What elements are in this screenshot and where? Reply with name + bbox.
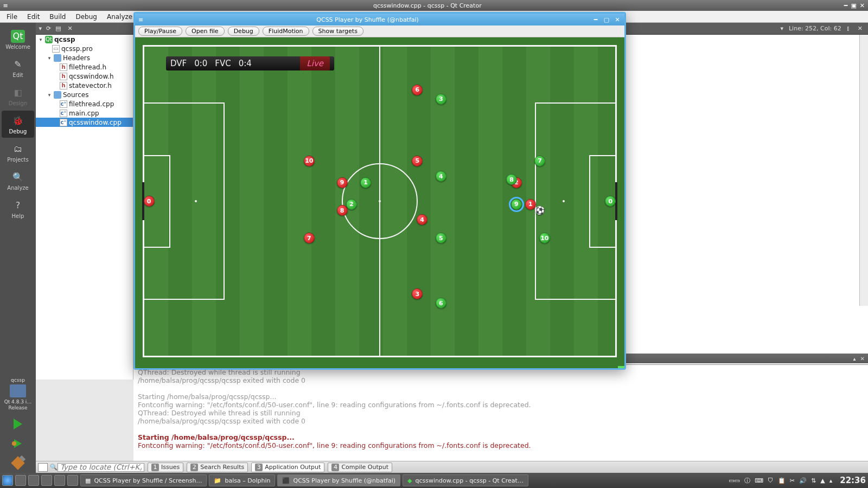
output-toggle-icon[interactable]: [38, 463, 48, 472]
menu-file[interactable]: File: [2, 12, 22, 22]
tray-keyboard-icon[interactable]: ⌨: [755, 477, 763, 484]
filter-icon[interactable]: ▾: [39, 25, 42, 32]
tree-item-label: qcsswindow.h: [69, 73, 114, 80]
tree-source-file[interactable]: c⁺filethread.cpp: [36, 99, 133, 108]
tray-clock[interactable]: 22:36: [840, 476, 866, 485]
sync-icon[interactable]: ⟳: [46, 25, 51, 32]
menu-build[interactable]: Build: [45, 12, 70, 22]
task-dolphin[interactable]: 📁balsa – Dolphin: [209, 474, 275, 486]
h-file-icon: h: [60, 63, 67, 71]
close-icon[interactable]: ✕: [614, 16, 621, 23]
close-doc-icon[interactable]: ✕: [66, 25, 75, 32]
split-editor-icon[interactable]: ⫿: [847, 25, 850, 32]
kit-selector[interactable]: qcssp Qt 4.8.3 i… Release: [4, 377, 32, 411]
application-output[interactable]: QThread: Destroyed while thread is still…: [133, 364, 868, 461]
app-icon[interactable]: [67, 475, 78, 486]
task-label: qcsswindow.cpp - qcssp - Qt Creat…: [416, 477, 524, 484]
tray-network-icon[interactable]: ⇅: [811, 477, 816, 484]
pane-search-results[interactable]: 2Search Results: [187, 463, 248, 472]
red-player-8: 8: [337, 205, 348, 216]
mode-debug[interactable]: 🐞Debug: [2, 111, 34, 138]
show-targets-button[interactable]: Show targets: [312, 27, 363, 36]
pane-number: 1: [151, 464, 159, 471]
task-screenshot[interactable]: ▦QCSS Player by Shuffle / Screensh…: [80, 474, 207, 486]
mode-analyze[interactable]: 🔍Analyze: [2, 167, 34, 194]
tree-header-file[interactable]: hstatevector.h: [36, 81, 133, 90]
tray-info-icon[interactable]: ⓘ: [744, 477, 750, 485]
locator-input[interactable]: [58, 463, 144, 472]
tray-battery-icon[interactable]: ▲: [820, 477, 825, 484]
maximize-icon[interactable]: ▣: [851, 2, 856, 9]
task-qtcreator[interactable]: ◆qcsswindow.cpp - qcssp - Qt Creat…: [403, 474, 528, 486]
tree-sources[interactable]: ▾Sources: [36, 90, 133, 99]
green-player-6: 6: [436, 298, 446, 309]
qcss-player-window[interactable]: ≡ QCSS Player by Shuffle (@nbatfai) ━ ▢ …: [133, 12, 626, 370]
pane-app-output[interactable]: 3Application Output: [251, 463, 324, 472]
output-chevron-icon[interactable]: ▴: [853, 356, 856, 362]
red-player-4: 4: [417, 214, 427, 225]
green-player-10: 10: [539, 233, 550, 243]
minimize-icon[interactable]: ━: [592, 16, 599, 23]
project-tree[interactable]: ▾Qtqcssp ▭qcssp.pro ▾Headers hfilethread…: [36, 35, 133, 380]
tray-volume-icon[interactable]: 🔊: [799, 477, 807, 484]
tray-scissors-icon[interactable]: ✂: [790, 477, 795, 484]
play-pause-button[interactable]: Play/Pause: [138, 27, 182, 36]
minimize-icon[interactable]: ━: [844, 2, 848, 9]
pane-issues[interactable]: 1Issues: [148, 463, 183, 472]
player-titlebar[interactable]: ≡ QCSS Player by Shuffle (@nbatfai) ━ ▢ …: [135, 14, 624, 25]
tree-pro-file[interactable]: ▭qcssp.pro: [36, 44, 133, 53]
mode-design: ◧Design: [2, 82, 34, 110]
editor-scrollbar[interactable]: [859, 35, 868, 306]
split-icon[interactable]: ▤: [55, 25, 61, 32]
build-button[interactable]: [8, 455, 28, 471]
hammer-icon: [11, 456, 24, 470]
open-file-button[interactable]: Open file: [186, 27, 225, 36]
mode-help[interactable]: ?Help: [2, 195, 34, 222]
tree-source-file[interactable]: c⁺main.cpp: [36, 108, 133, 118]
start-menu-icon[interactable]: [2, 475, 13, 486]
tree-header-file[interactable]: hfilethread.h: [36, 62, 133, 72]
menu-edit[interactable]: Edit: [23, 12, 44, 22]
desktop-icon[interactable]: [41, 475, 52, 486]
files-icon[interactable]: [28, 475, 39, 486]
tree-root[interactable]: ▾Qtqcssp: [36, 35, 133, 44]
close-icon[interactable]: ✕: [860, 2, 865, 9]
tray-shield-icon[interactable]: ⛉: [768, 477, 774, 484]
tray-pager-icon[interactable]: ▭▭: [729, 477, 740, 484]
debug-run-button[interactable]: [8, 436, 28, 451]
tray-expand-icon[interactable]: ▴: [829, 477, 833, 484]
window-menu-icon[interactable]: ≡: [0, 2, 11, 9]
mode-projects[interactable]: 🗂Projects: [2, 139, 34, 166]
tree-source-file-selected[interactable]: c⁺qcsswindow.cpp: [36, 118, 133, 127]
task-qcss-player[interactable]: ⬛QCSS Player by Shuffle (@nbatfai): [277, 474, 400, 486]
app-small-icon: ◆: [407, 477, 412, 484]
mode-edit[interactable]: ✎Edit: [2, 54, 34, 81]
menu-analyze[interactable]: Analyze: [103, 12, 137, 22]
activity-icon[interactable]: [15, 475, 26, 486]
browser-icon[interactable]: [54, 475, 65, 486]
output-close-icon[interactable]: ✕: [860, 356, 865, 362]
tree-header-file[interactable]: hqcsswindow.h: [36, 72, 133, 81]
green-player-8: 8: [506, 174, 517, 185]
close-editor-icon[interactable]: ✕: [856, 25, 865, 32]
debug-button[interactable]: Debug: [228, 27, 259, 36]
tree-headers[interactable]: ▾Headers: [36, 53, 133, 62]
tree-item-label: Headers: [63, 54, 90, 62]
pane-compile-output[interactable]: 4Compile Output: [328, 463, 392, 472]
edit-icon: ✎: [11, 58, 24, 71]
mode-welcome[interactable]: QtWelcome: [2, 26, 34, 53]
encoding-combo[interactable]: ▾: [780, 25, 783, 32]
window-menu-icon[interactable]: ≡: [138, 16, 143, 23]
tree-item-label: filethread.cpp: [69, 100, 114, 108]
output-line: Starting /home/balsa/prog/qcssp/qcssp...: [138, 433, 864, 441]
maximize-icon[interactable]: ▢: [603, 16, 610, 23]
folder-icon: [54, 54, 61, 62]
player-toolbar: Play/Pause Open file Debug FluidMotion S…: [135, 25, 624, 37]
resize-handle-icon[interactable]: [618, 366, 626, 370]
tray-clipboard-icon[interactable]: 📋: [778, 477, 786, 484]
fluidmotion-button[interactable]: FluidMotion: [263, 27, 309, 36]
red-player-10: 10: [304, 156, 315, 166]
run-button[interactable]: [8, 416, 28, 432]
os-titlebar: ≡ qcsswindow.cpp - qcssp - Qt Creator ━ …: [0, 0, 868, 11]
menu-debug[interactable]: Debug: [71, 12, 101, 22]
